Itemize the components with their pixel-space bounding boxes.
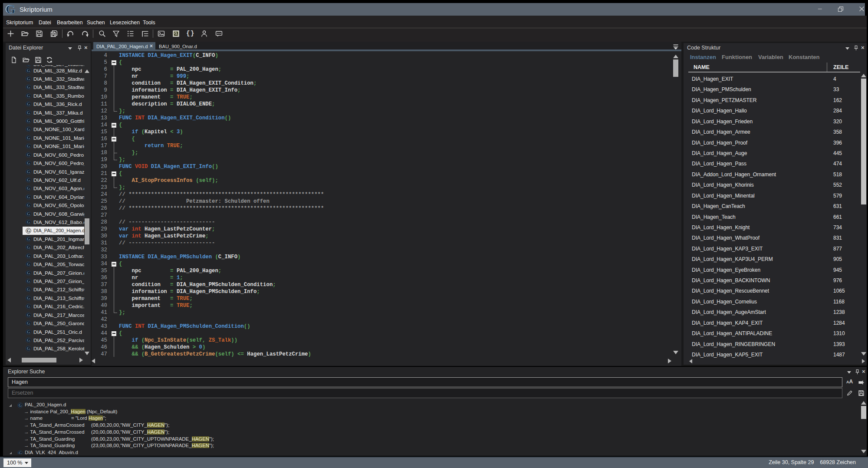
svg-text:G: G [27, 321, 30, 326]
svg-text:G: G [19, 403, 22, 408]
svg-text:G: G [27, 110, 30, 115]
svg-text:G: G [27, 211, 30, 216]
svg-text:G: G [27, 245, 30, 250]
svg-text:G: G [27, 161, 30, 165]
svg-text:G: G [27, 304, 30, 309]
svg-text:G: G [27, 296, 30, 300]
svg-text:G: G [27, 338, 30, 343]
svg-text:G: G [27, 254, 30, 258]
svg-text:G: G [27, 119, 30, 123]
svg-text:G: G [27, 346, 30, 351]
svg-text:G: G [27, 262, 30, 267]
svg-text:G: G [27, 330, 30, 334]
svg-text:G: G [27, 102, 30, 106]
svg-text:G: G [27, 127, 30, 132]
svg-text:G: G [27, 68, 30, 73]
svg-text:G: G [6, 3, 16, 15]
svg-text:G: G [27, 279, 30, 283]
svg-text:G: G [27, 178, 30, 182]
svg-text:G: G [27, 195, 30, 199]
svg-text:G: G [27, 186, 30, 191]
svg-text:G: G [27, 313, 30, 317]
svg-text:G: G [27, 85, 30, 89]
svg-text:G: G [27, 203, 30, 208]
svg-text:G: G [27, 77, 30, 81]
svg-text:G: G [27, 94, 30, 98]
svg-text:G: G [27, 220, 30, 224]
svg-text:G: G [27, 228, 30, 233]
svg-text:G: G [27, 152, 30, 157]
svg-text:G: G [19, 451, 22, 454]
svg-text:G: G [27, 136, 30, 140]
svg-text:G: G [27, 144, 30, 148]
svg-text:G: G [27, 169, 30, 174]
svg-text:G: G [27, 237, 30, 241]
svg-text:G: G [27, 270, 30, 275]
svg-text:G: G [27, 287, 30, 292]
